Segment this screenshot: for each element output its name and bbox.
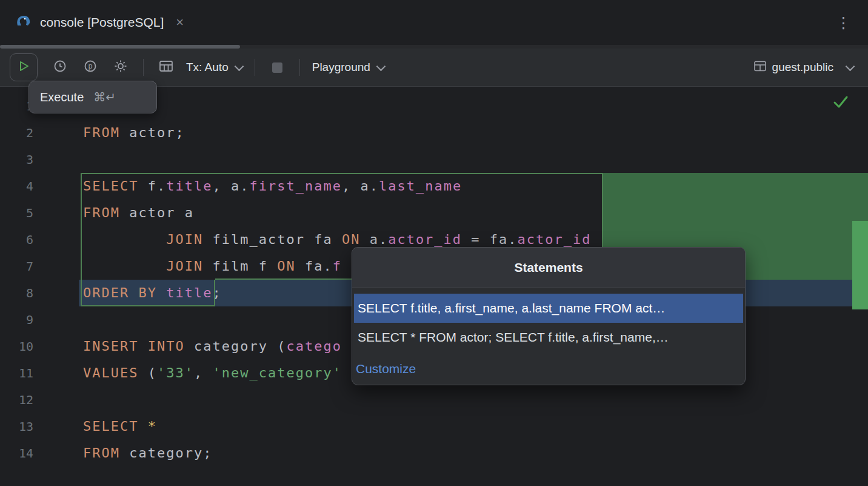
chevron-down-icon: [234, 62, 244, 72]
line-number: 13: [0, 413, 33, 440]
tab-close-icon[interactable]: ×: [176, 15, 184, 30]
settings-button[interactable]: [105, 54, 136, 81]
code-line-8[interactable]: ORDER BY title;: [83, 280, 222, 306]
kebab-menu-icon[interactable]: ⋮: [836, 15, 851, 30]
table-icon: [159, 60, 173, 75]
line-number: 4: [0, 173, 33, 200]
gear-icon: [114, 59, 127, 75]
ide-window: console [PostgreSQL] × ⋮: [0, 0, 868, 486]
line-number: 12: [0, 386, 33, 413]
code-line-4[interactable]: SELECT f.title, a.first_name, a.last_nam…: [83, 173, 462, 200]
toolbar-separator: [255, 59, 255, 76]
code-line-14[interactable]: FROM category;: [83, 440, 212, 467]
code-line-13[interactable]: SELECT *: [83, 413, 157, 440]
inspections-ok-check-icon[interactable]: [833, 95, 849, 111]
parameter-p-icon: p: [84, 59, 97, 75]
clock-icon: [53, 59, 67, 75]
schema-icon: [754, 61, 766, 74]
code-line-2[interactable]: FROM actor;: [83, 120, 185, 146]
console-tab[interactable]: console [PostgreSQL] ×: [16, 0, 184, 45]
chevron-down-icon: [846, 62, 855, 72]
tooltip-shortcut: ⌘↵: [93, 90, 116, 104]
tab-title: console [PostgreSQL]: [40, 15, 164, 30]
output-table-button[interactable]: [151, 54, 181, 81]
schema-selector[interactable]: guest.public: [754, 61, 868, 74]
playground-dropdown[interactable]: Playground: [307, 61, 389, 74]
line-number: 9: [0, 306, 33, 333]
history-button[interactable]: [45, 54, 75, 81]
code-line-7[interactable]: JOIN film f ON fa.f: [83, 253, 342, 280]
schema-label: guest.public: [772, 61, 833, 74]
customize-link[interactable]: Customize: [352, 354, 745, 385]
line-number: 14: [0, 440, 33, 467]
popup-title: Statements: [352, 248, 745, 288]
play-icon: [16, 59, 31, 76]
statements-list: SELECT f.title, a.first_name, a.last_nam…: [352, 288, 745, 354]
tx-mode-dropdown[interactable]: Tx: Auto: [181, 61, 247, 74]
line-number: 6: [0, 226, 33, 253]
tx-mode-label: Tx: Auto: [186, 61, 229, 74]
statement-item[interactable]: SELECT f.title, a.first_name, a.last_nam…: [354, 294, 743, 323]
svg-text:p: p: [88, 62, 93, 70]
line-number: 10: [0, 333, 33, 360]
postgresql-icon: [16, 14, 32, 31]
tooltip-label: Execute: [40, 90, 84, 104]
execute-button[interactable]: [10, 53, 38, 81]
execute-tooltip: Execute ⌘↵: [28, 81, 157, 113]
statement-item[interactable]: SELECT * FROM actor; SELECT f.title, a.f…: [354, 323, 743, 352]
line-number: 3: [0, 146, 33, 173]
parameters-button[interactable]: p: [75, 54, 105, 81]
toolbar-separator: [143, 59, 144, 76]
code-line-5[interactable]: FROM actor a: [83, 200, 194, 226]
scrollbar-statement-marker[interactable]: [852, 221, 868, 309]
code-line-11[interactable]: VALUES ('33', 'new_category': [83, 360, 342, 386]
stop-icon[interactable]: [272, 62, 282, 73]
line-number: 2: [0, 120, 33, 146]
line-number: 8: [0, 280, 33, 306]
chevron-down-icon: [376, 62, 386, 72]
toolbar-separator: [299, 59, 300, 76]
line-number: 5: [0, 200, 33, 226]
line-number: 11: [0, 360, 33, 386]
code-line-10[interactable]: INSERT INTO category (catego: [83, 333, 342, 360]
tab-bar: console [PostgreSQL] × ⋮: [0, 0, 868, 45]
line-number: 7: [0, 253, 33, 280]
statements-popup: Statements SELECT f.title, a.first_name,…: [352, 247, 746, 385]
playground-label: Playground: [312, 61, 370, 74]
